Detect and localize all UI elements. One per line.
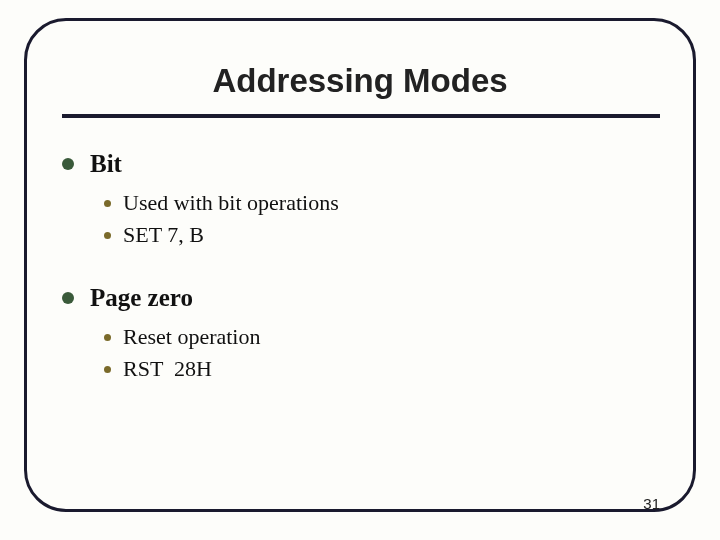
title-underline <box>62 114 660 118</box>
item-text: Used with bit operations <box>123 190 339 216</box>
section-bit: Bit Used with bit operations SET 7, B <box>62 150 652 248</box>
list-item: Reset operation <box>104 324 652 350</box>
disc-bullet-icon <box>62 158 74 170</box>
item-text: RST 28H <box>123 356 212 382</box>
section-page-zero: Page zero Reset operation RST 28H <box>62 284 652 382</box>
dot-bullet-icon <box>104 200 111 207</box>
sub-list: Reset operation RST 28H <box>104 324 652 382</box>
section-header: Page zero <box>62 284 652 312</box>
list-item: RST 28H <box>104 356 652 382</box>
list-item: SET 7, B <box>104 222 652 248</box>
slide-title: Addressing Modes <box>0 62 720 100</box>
section-title: Bit <box>90 150 122 178</box>
page-number: 31 <box>643 495 660 512</box>
list-item: Used with bit operations <box>104 190 652 216</box>
section-header: Bit <box>62 150 652 178</box>
dot-bullet-icon <box>104 366 111 373</box>
dot-bullet-icon <box>104 334 111 341</box>
section-title: Page zero <box>90 284 193 312</box>
disc-bullet-icon <box>62 292 74 304</box>
content-area: Bit Used with bit operations SET 7, B Pa… <box>62 150 652 418</box>
item-text: SET 7, B <box>123 222 204 248</box>
sub-list: Used with bit operations SET 7, B <box>104 190 652 248</box>
dot-bullet-icon <box>104 232 111 239</box>
item-text: Reset operation <box>123 324 260 350</box>
